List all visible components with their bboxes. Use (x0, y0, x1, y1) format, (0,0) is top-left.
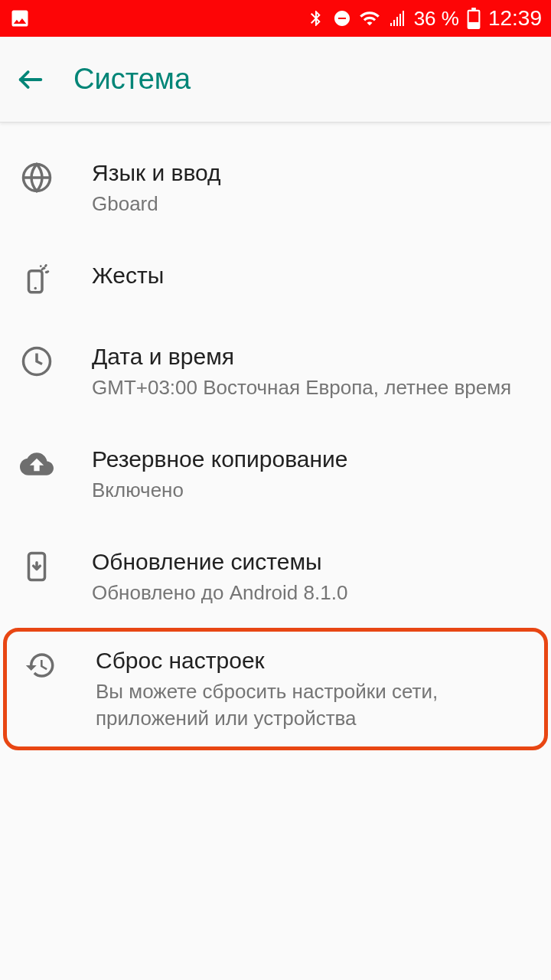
cloud-upload-icon (18, 446, 55, 482)
restore-icon (22, 647, 59, 684)
item-subtitle: Обновлено до Android 8.1.0 (92, 580, 533, 606)
clock-icon (18, 343, 55, 380)
battery-icon (467, 8, 481, 29)
item-subtitle: GMT+03:00 Восточная Европа, летнее время (92, 374, 533, 401)
svg-point-10 (40, 265, 42, 267)
item-subtitle: Gboard (92, 191, 533, 217)
back-button[interactable] (12, 61, 49, 98)
item-language-input[interactable]: Язык и ввод Gboard (0, 136, 551, 239)
svg-point-8 (43, 267, 46, 270)
signal-icon (388, 9, 406, 28)
item-title: Сброс настроек (96, 645, 529, 675)
image-notification-icon (9, 8, 31, 29)
item-title: Резервное копирование (92, 444, 533, 474)
bluetooth-icon (307, 9, 325, 28)
item-title: Язык и ввод (92, 158, 533, 188)
svg-rect-1 (471, 8, 476, 11)
battery-percent-text: 36 % (414, 7, 459, 31)
item-subtitle: Включено (92, 477, 533, 504)
globe-icon (18, 159, 55, 196)
item-backup[interactable]: Резервное копирование Включено (0, 423, 551, 525)
item-title: Обновление системы (92, 547, 533, 577)
svg-rect-2 (469, 11, 479, 22)
wifi-icon (359, 8, 380, 29)
settings-list: Язык и ввод Gboard Жесты Дата и время GM… (0, 122, 551, 750)
status-bar: 36 % 12:39 (0, 0, 551, 37)
item-reset[interactable]: Сброс настроек Вы можете сбросить настро… (3, 628, 548, 750)
item-system-update[interactable]: Обновление системы Обновлено до Android … (0, 525, 551, 628)
page-title: Система (73, 63, 191, 96)
app-bar: Система (0, 37, 551, 122)
system-update-icon (18, 548, 55, 585)
item-title: Жесты (92, 260, 533, 290)
item-subtitle: Вы можете сбросить настройки сети, прило… (96, 678, 529, 732)
svg-point-9 (45, 271, 48, 274)
item-date-time[interactable]: Дата и время GMT+03:00 Восточная Европа,… (0, 320, 551, 423)
svg-point-7 (34, 287, 37, 290)
do-not-disturb-icon (333, 9, 351, 28)
gesture-icon (18, 262, 55, 299)
item-title: Дата и время (92, 341, 533, 371)
item-gestures[interactable]: Жесты (0, 239, 551, 320)
clock-text: 12:39 (488, 6, 542, 31)
